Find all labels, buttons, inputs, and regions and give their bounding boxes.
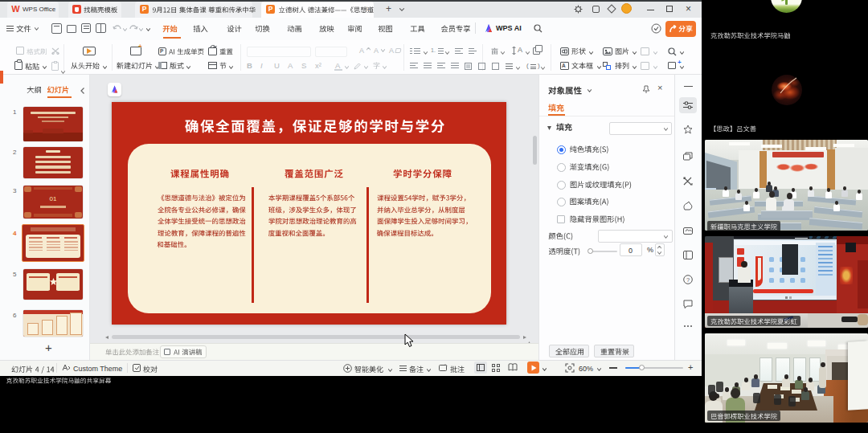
svg-text:?: ?: [686, 276, 690, 284]
